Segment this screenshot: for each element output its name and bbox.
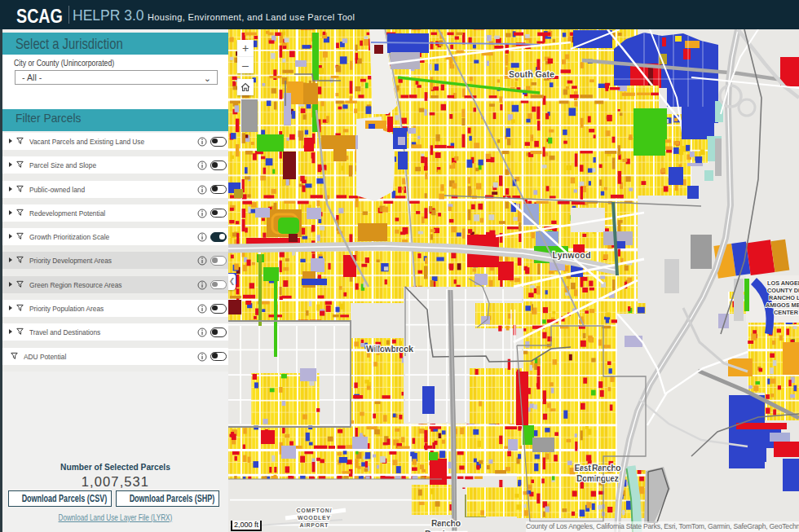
- svg-text:WOODLEY: WOODLEY: [298, 514, 330, 521]
- svg-text:AMIGOS MEDICA: AMIGOS MEDICA: [766, 301, 799, 309]
- svg-text:RANCHO LOS: RANCHO LOS: [769, 294, 799, 301]
- svg-text:Rancho: Rancho: [431, 518, 461, 528]
- svg-text:COUNTY DHS: COUNTY DHS: [767, 287, 799, 294]
- svg-text:Dominguez: Dominguez: [425, 529, 468, 532]
- svg-text:LOS ANGELES: LOS ANGELES: [767, 279, 799, 287]
- svg-text:Dominguez: Dominguez: [576, 473, 620, 483]
- svg-text:Lynwood: Lynwood: [553, 250, 591, 260]
- svg-text:AIRPORT: AIRPORT: [300, 521, 329, 529]
- svg-text:South Gate: South Gate: [509, 69, 554, 79]
- svg-text:COMPTON/: COMPTON/: [297, 507, 332, 514]
- svg-text:CENTER: CENTER: [774, 309, 799, 316]
- svg-text:Willowbrook: Willowbrook: [366, 344, 414, 354]
- svg-text:East Rancho: East Rancho: [575, 463, 621, 473]
